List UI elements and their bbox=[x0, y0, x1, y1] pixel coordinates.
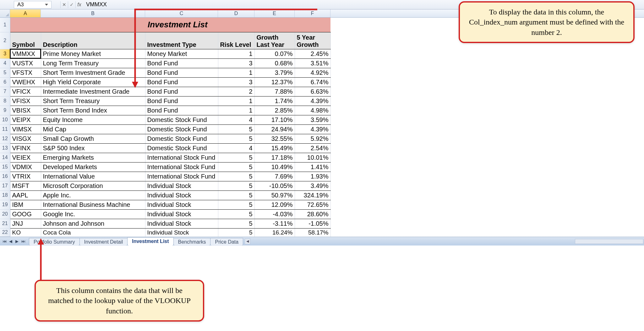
row-header[interactable]: 12 bbox=[0, 134, 10, 143]
cell[interactable]: VMMXX bbox=[10, 49, 41, 58]
cell[interactable]: VEIEX bbox=[10, 153, 41, 162]
cell[interactable]: International Stock Fund bbox=[145, 162, 218, 172]
cell[interactable]: VFINX bbox=[10, 143, 41, 153]
insert-function-button[interactable]: fx bbox=[75, 1, 83, 8]
row-header[interactable]: 17 bbox=[0, 181, 10, 190]
sheet-tab[interactable]: Portfolio Summary bbox=[29, 238, 80, 246]
header-risk-level[interactable]: Risk Level bbox=[218, 32, 254, 49]
row-header[interactable]: 18 bbox=[0, 190, 10, 200]
cell[interactable]: 5 bbox=[218, 190, 254, 200]
row-header[interactable]: 4 bbox=[0, 58, 10, 68]
cell[interactable]: Domestic Stock Fund bbox=[145, 115, 218, 124]
cell[interactable]: VFISX bbox=[10, 96, 41, 106]
cell-title[interactable]: Investment List bbox=[145, 18, 218, 32]
cell[interactable]: 5 bbox=[218, 162, 254, 172]
cell[interactable]: Bond Fund bbox=[145, 77, 218, 87]
cell[interactable]: VFICX bbox=[10, 87, 41, 96]
cell[interactable]: MSFT bbox=[10, 181, 41, 190]
cell[interactable]: Long Term Treasury bbox=[41, 58, 145, 68]
cell[interactable]: 3 bbox=[218, 77, 254, 87]
cell[interactable]: 5 bbox=[218, 219, 254, 228]
cell[interactable]: 4.39% bbox=[295, 96, 330, 106]
cell[interactable]: Prime Money Market bbox=[41, 49, 145, 58]
cell[interactable]: International Value bbox=[41, 172, 145, 181]
cell[interactable]: 2.85% bbox=[254, 106, 295, 115]
column-header-c[interactable]: C bbox=[145, 9, 218, 17]
cell[interactable]: International Stock Fund bbox=[145, 153, 218, 162]
header-5-year-growth[interactable]: 5 Year Growth bbox=[295, 32, 330, 49]
cell[interactable]: 3.49% bbox=[295, 181, 330, 190]
cell[interactable]: 4.98% bbox=[295, 106, 330, 115]
cell[interactable]: Emerging Markets bbox=[41, 153, 145, 162]
cell[interactable]: 5 bbox=[218, 153, 254, 162]
cell[interactable]: 50.97% bbox=[254, 190, 295, 200]
cell[interactable]: VFSTX bbox=[10, 68, 41, 77]
tab-nav-last-icon[interactable]: ⏭ bbox=[20, 238, 26, 245]
cell[interactable] bbox=[254, 18, 295, 32]
cell[interactable]: 6.74% bbox=[295, 77, 330, 87]
name-box[interactable]: A3 bbox=[14, 1, 52, 8]
cell[interactable]: Short Term Treasury bbox=[41, 96, 145, 106]
cell[interactable]: Mid Cap bbox=[41, 124, 145, 134]
cell[interactable]: Individual Stock bbox=[145, 219, 218, 228]
select-all-icon[interactable] bbox=[0, 9, 10, 17]
sheet-tab[interactable]: Investment Detail bbox=[79, 238, 128, 246]
cell[interactable]: 5 bbox=[218, 209, 254, 219]
cell[interactable]: 28.60% bbox=[295, 209, 330, 219]
cell[interactable]: 5 bbox=[218, 134, 254, 143]
cancel-icon[interactable]: ✕ bbox=[60, 1, 68, 8]
header-description[interactable]: Description bbox=[41, 32, 145, 49]
cell[interactable] bbox=[10, 18, 41, 32]
cell[interactable]: 1.41% bbox=[295, 162, 330, 172]
row-header[interactable]: 8 bbox=[0, 96, 10, 106]
cell[interactable]: 5.92% bbox=[295, 134, 330, 143]
cell[interactable]: 3 bbox=[218, 58, 254, 68]
cell[interactable]: S&P 500 Index bbox=[41, 143, 145, 153]
cell[interactable]: Bond Fund bbox=[145, 58, 218, 68]
cell[interactable]: GOOG bbox=[10, 209, 41, 219]
cell[interactable]: Bond Fund bbox=[145, 106, 218, 115]
cell[interactable]: 0.07% bbox=[254, 49, 295, 58]
cell[interactable]: 58.17% bbox=[295, 228, 330, 237]
cell[interactable]: Microsoft Corporation bbox=[41, 181, 145, 190]
cell[interactable]: 5 bbox=[218, 124, 254, 134]
formula-bar-input[interactable]: VMMXX bbox=[83, 1, 107, 8]
cell[interactable]: Intermediate Investment Grade bbox=[41, 87, 145, 96]
cell[interactable]: Equity Income bbox=[41, 115, 145, 124]
cell[interactable]: 5 bbox=[218, 172, 254, 181]
worksheet-grid[interactable]: 1 Investment List 2 Symbol Description I… bbox=[0, 18, 331, 237]
cell[interactable]: 12.37% bbox=[254, 77, 295, 87]
column-header-b[interactable]: B bbox=[41, 9, 145, 17]
horizontal-scrollbar[interactable] bbox=[575, 237, 644, 245]
column-header-e[interactable]: E bbox=[254, 9, 295, 17]
cell[interactable]: 72.65% bbox=[295, 200, 330, 209]
cell[interactable]: High Yield Corporate bbox=[41, 77, 145, 87]
cell[interactable]: 1.74% bbox=[254, 96, 295, 106]
cell[interactable]: VWEHX bbox=[10, 77, 41, 87]
row-header[interactable]: 13 bbox=[0, 143, 10, 153]
sheet-tab[interactable]: Benchmarks bbox=[173, 238, 211, 246]
cell[interactable]: 2.54% bbox=[295, 143, 330, 153]
row-header[interactable]: 1 bbox=[0, 18, 10, 32]
cell[interactable]: VEIPX bbox=[10, 115, 41, 124]
dropdown-icon[interactable] bbox=[45, 4, 48, 6]
cell[interactable] bbox=[218, 18, 254, 32]
cell[interactable]: 1 bbox=[218, 68, 254, 77]
cell[interactable]: Short Term Bond Index bbox=[41, 106, 145, 115]
cell[interactable]: AAPL bbox=[10, 190, 41, 200]
cell[interactable]: 4.92% bbox=[295, 68, 330, 77]
header-investment-type[interactable]: Investment Type bbox=[145, 32, 218, 49]
cell[interactable]: VIMSX bbox=[10, 124, 41, 134]
cell[interactable]: Domestic Stock Fund bbox=[145, 124, 218, 134]
cell[interactable]: Bond Fund bbox=[145, 68, 218, 77]
cell[interactable]: Coca Cola bbox=[41, 228, 145, 237]
cell[interactable]: Apple Inc. bbox=[41, 190, 145, 200]
cell[interactable]: 3.51% bbox=[295, 58, 330, 68]
cell[interactable]: 4 bbox=[218, 143, 254, 153]
cell[interactable]: 17.18% bbox=[254, 153, 295, 162]
cell[interactable]: Bond Fund bbox=[145, 87, 218, 96]
cell[interactable]: Small Cap Growth bbox=[41, 134, 145, 143]
cell[interactable]: VBISX bbox=[10, 106, 41, 115]
cell[interactable]: Individual Stock bbox=[145, 209, 218, 219]
cell[interactable]: 1 bbox=[218, 96, 254, 106]
